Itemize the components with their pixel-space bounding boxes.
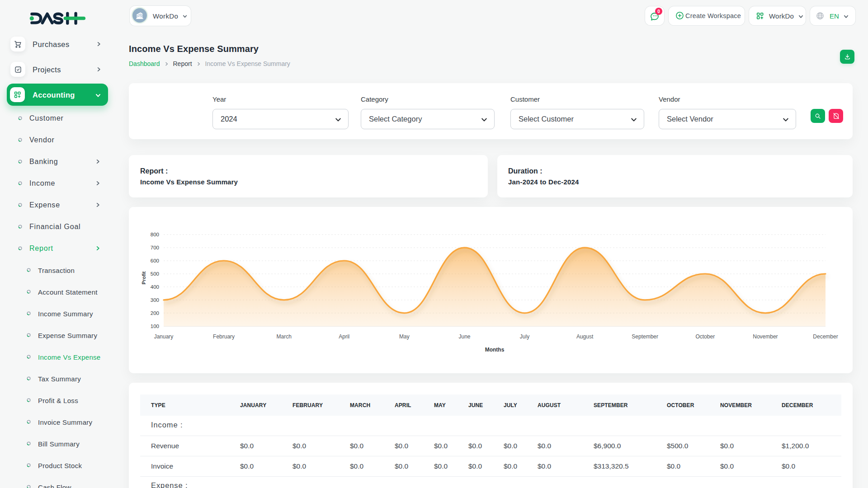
svg-text:700: 700 <box>151 245 159 250</box>
svg-text:May: May <box>399 333 410 340</box>
svg-text:November: November <box>753 333 778 340</box>
svg-text:July: July <box>520 333 529 340</box>
svg-text:December: December <box>813 333 838 340</box>
svg-text:600: 600 <box>151 258 159 263</box>
svg-text:Months: Months <box>485 347 505 353</box>
svg-text:200: 200 <box>151 310 159 316</box>
svg-text:August: August <box>576 333 594 340</box>
svg-text:June: June <box>458 333 470 340</box>
svg-text:January: January <box>154 333 174 340</box>
svg-text:September: September <box>632 333 658 340</box>
svg-text:800: 800 <box>151 232 159 237</box>
svg-text:March: March <box>277 333 292 340</box>
svg-text:October: October <box>695 333 715 340</box>
svg-text:April: April <box>339 333 349 340</box>
svg-text:400: 400 <box>151 284 159 290</box>
svg-text:500: 500 <box>151 271 159 277</box>
svg-text:100: 100 <box>151 324 159 329</box>
svg-text:February: February <box>213 333 235 340</box>
svg-text:300: 300 <box>151 297 159 303</box>
svg-text:Profit: Profit <box>141 271 146 284</box>
